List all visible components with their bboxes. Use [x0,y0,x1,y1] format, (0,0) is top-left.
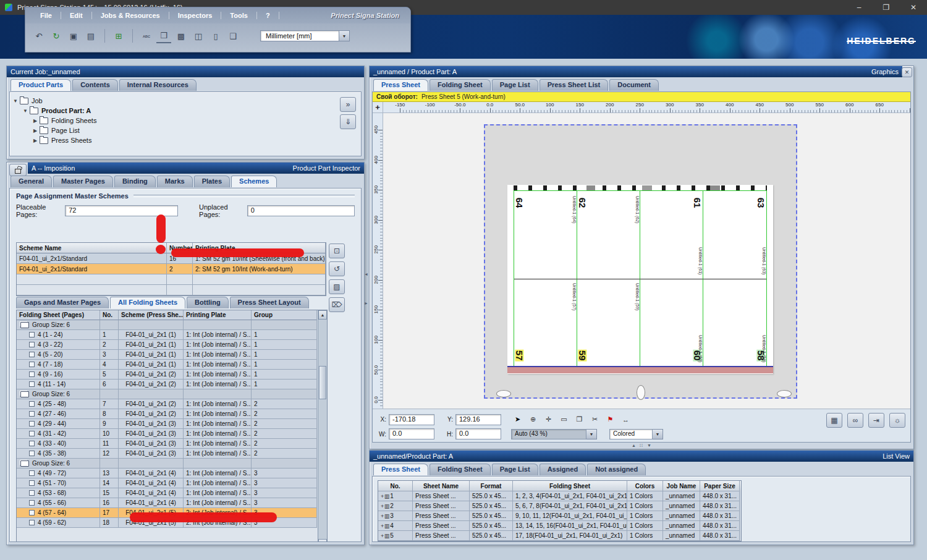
folding-column-header[interactable]: Folding Sheet (Pages) [17,310,100,320]
splitter-up-icon[interactable]: ▲ [632,443,636,448]
graphics-close-button[interactable]: ✕ [902,67,912,77]
inspector-tab[interactable]: Schemes [231,176,277,187]
folding-row[interactable]: 4 (33 - 40) 11 F04-01_ui_2x1 (3) 1: Int … [17,439,317,449]
folding-row[interactable]: 4 (5 - 20) 3 F04-01_ui_2x1 (1) 1: Int (J… [17,350,317,360]
folding-row[interactable]: 4 (51 - 70) 14 F04-01_ui_2x1 (4) 1: Int … [17,478,317,488]
folding-row[interactable]: 4 (31 - 42) 10 F04-01_ui_2x1 (3) 1: Int … [17,429,317,439]
collapse-all-button[interactable]: ⇓ [340,114,356,129]
menu-item[interactable]: Inspectors [169,12,222,19]
column-splitter[interactable]: ◄ ► [363,272,369,346]
folding-row[interactable]: 4 (55 - 66) 16 F04-01_ui_2x1 (4) 1: Int … [17,498,317,508]
stamp-button[interactable]: ▨ [329,279,345,294]
y-coordinate-field[interactable]: 129.16 [455,414,501,425]
graphics-tab[interactable]: Press Sheet [373,79,428,91]
collapse-icon[interactable]: ▶ [32,128,38,134]
folding-subtab[interactable]: Gaps and Master Pages [16,297,109,308]
height-field[interactable]: 0.0 [455,428,501,439]
folding-row[interactable]: 4 (1 - 24) 1 F04-01_ui_2x1 (1) 1: Int (J… [17,330,317,340]
press-list-column-header[interactable]: Paper Size [700,481,740,491]
expand-icon[interactable]: ▼ [12,98,19,104]
list-view-tab[interactable]: Press Sheet [373,464,428,475]
press-page[interactable]: 58 Untitled-1 (58) [703,279,766,368]
inspector-tab[interactable]: Binding [114,176,156,187]
menu-item[interactable]: File [32,12,61,19]
scheme-column-header[interactable]: Scheme Name [17,243,167,253]
folding-row[interactable]: 4 (11 - 14) 6 F04-01_ui_2x1 (2) 1: Int (… [17,380,317,389]
press-sheet-row[interactable]: 1 Press Sheet ... 525.0 x 45... 1, 2, 3,… [378,491,741,501]
close-button[interactable]: ✕ [900,0,927,15]
press-sheet-row[interactable]: 4 Press Sheet ... 525.0 x 45... 13, 14, … [378,521,741,531]
document-icon[interactable]: ❑ [226,29,240,43]
delete-button[interactable]: ⌦ [329,297,345,312]
maximize-button[interactable]: ❐ [873,0,900,15]
folding-column-header[interactable]: No. [100,310,119,320]
press-list-column-header[interactable]: Folding Sheet [513,481,627,491]
press-list-column-header[interactable]: Format [470,481,513,491]
x-coordinate-field[interactable]: -170.18 [389,414,434,425]
folding-row[interactable]: 4 (49 - 72) 13 F04-01_ui_2x1 (4) 1: Int … [17,469,317,478]
device-icon[interactable]: ▯ [208,29,223,43]
book-icon[interactable]: ◫ [191,29,206,43]
chevron-down-icon[interactable]: ▼ [586,429,597,439]
splitter-right-icon[interactable]: ► [364,301,368,305]
list-view-tab[interactable]: Folding Sheet [430,464,491,475]
menu-item[interactable]: Edit [61,12,92,19]
measure-button[interactable]: ⇥ [868,413,884,428]
color-mode-dropdown[interactable]: Colored ▼ [609,429,663,439]
fit-width-icon[interactable]: ↔ [619,414,632,425]
menu-item[interactable]: Tools [221,12,257,19]
expand-icon[interactable]: ▼ [22,108,28,114]
folding-row[interactable]: 4 (29 - 44) 9 F04-01_ui_2x1 (3) 1: Int (… [17,419,317,429]
menu-item[interactable]: ? [257,12,279,19]
inspector-tab[interactable]: Marks [157,176,193,187]
scrollbar-thumb[interactable] [319,366,326,399]
folding-row[interactable]: Group Size: 6 [17,459,317,469]
width-field[interactable]: 0.0 [389,428,434,439]
unplaced-pages-field[interactable]: 0 [247,205,355,216]
job-panel-tab[interactable]: Internal Resources [119,79,197,91]
unit-dropdown[interactable]: Millimeter [mm] ▼ [260,30,350,41]
plate-selection[interactable]: 64 Untitled-1 (64) 62 Untitled-1 (62) [484,124,797,399]
cut-tool-icon[interactable]: ✂ [588,414,601,425]
press-page[interactable]: 62 Untitled-1 (62) [577,191,640,279]
ruler-origin-icon[interactable]: + [373,102,383,112]
press-list-column-header[interactable]: Sheet Name [413,481,470,491]
tree-node-press-sheets[interactable]: ▶ Press Sheets [12,135,358,145]
menu-item[interactable]: Jobs & Resources [92,12,169,19]
chevron-down-icon[interactable]: ▼ [339,30,350,41]
press-sheet-canvas[interactable]: 64 Untitled-1 (64) 62 Untitled-1 (62) [383,113,910,409]
inspector-tab[interactable]: Plates [194,176,230,187]
graphics-tab[interactable]: Page List [492,79,538,91]
inspector-tab[interactable]: General [11,176,52,187]
press-page[interactable]: 64 Untitled-1 (64) [514,191,577,279]
folding-row[interactable]: 4 (53 - 68) 15 F04-01_ui_2x1 (4) 1: Int … [17,488,317,498]
splitter-left-icon[interactable]: ◄ [364,272,368,276]
job-panel-tab[interactable]: Contents [72,79,118,91]
folding-row[interactable]: 4 (27 - 46) 8 F04-01_ui_2x1 (2) 1: Int (… [17,409,317,419]
inspector-tab[interactable]: Master Pages [53,176,113,187]
folding-column-header[interactable]: Scheme (Press She... [119,310,184,320]
reassign-button[interactable]: ↺ [329,261,345,276]
pan-tool-icon[interactable]: ✛ [542,414,555,425]
print-icon[interactable]: ▤ [83,29,98,43]
duplicate-tool-icon[interactable]: ❐ [573,414,586,425]
tree-node-job[interactable]: ▼ Job [12,96,358,106]
scheme-row[interactable]: F04-01_ui_2x1/Standard 2 2: SM 52 gm 10/… [17,264,326,274]
folding-row[interactable]: Group Size: 6 [17,389,317,399]
tree-node-product-part[interactable]: ▼ Product Part: A [12,106,358,116]
collapse-icon[interactable]: ▶ [32,138,38,143]
folding-subtab[interactable]: Press Sheet Layout [230,297,309,308]
folding-row[interactable]: 4 (7 - 18) 4 F04-01_ui_2x1 (1) 1: Int (J… [17,360,317,370]
splitter-down-icon[interactable]: ▼ [647,443,651,448]
scroll-up-icon[interactable]: ▲ [318,310,327,320]
scroll-down-icon[interactable]: ▼ [318,539,327,542]
press-sheet-view-icon[interactable]: ❒ [156,28,171,43]
pattern-icon[interactable]: ▩ [174,29,188,43]
press-sheet[interactable]: 64 Untitled-1 (64) 62 Untitled-1 (62) [507,185,773,374]
list-view-tab[interactable]: Not assigned [587,464,646,475]
save-icon[interactable]: ▣ [66,29,81,43]
refresh-icon[interactable]: ↻ [49,29,64,43]
montage-view-button[interactable]: ▦ [826,413,842,428]
press-page[interactable]: 63 Untitled-1 (63) [703,191,766,279]
press-sheet-row[interactable]: 3 Press Sheet ... 525.0 x 45... 9, 10, 1… [378,511,741,521]
